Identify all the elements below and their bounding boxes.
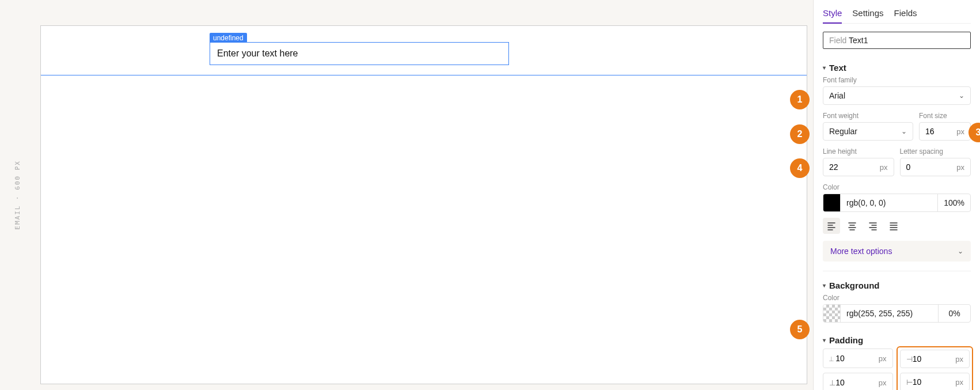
padding-left-unit: px <box>955 378 963 387</box>
side-panel: Style Settings Fields Field Text1 ▾ Text… <box>813 0 980 390</box>
section-padding: ▾ Padding ⟂ px ⊥ px <box>823 332 971 390</box>
text-color-picker[interactable]: rgb(0, 0, 0) 100% <box>823 194 971 212</box>
line-height-group: Line height px <box>823 147 894 176</box>
letter-spacing-unit: px <box>956 163 964 172</box>
canvas-area[interactable]: undefined Enter your text here <box>35 0 813 390</box>
section-text-header[interactable]: ▾ Text <box>823 59 971 76</box>
more-text-options-label: More text options <box>830 247 892 256</box>
text-color-label: Color <box>823 183 971 191</box>
letter-spacing-group: Letter spacing px <box>900 147 971 176</box>
section-padding-title: Padding <box>829 335 863 345</box>
tab-fields[interactable]: Fields <box>894 6 917 23</box>
font-family-value: Arial <box>829 91 845 100</box>
padding-top-value[interactable] <box>835 354 876 363</box>
font-size-label: Font size <box>919 112 971 120</box>
annotation-marker-2: 2 <box>790 124 810 144</box>
text-color-swatch[interactable] <box>823 194 841 211</box>
line-height-label: Line height <box>823 147 894 156</box>
font-family-label: Font family <box>823 76 971 84</box>
bg-color-value[interactable]: rgb(255, 255, 255) <box>841 305 938 322</box>
section-text: ▾ Text Font family Arial ⌄ Font weight R… <box>823 59 971 262</box>
text-align-row <box>823 218 971 234</box>
field-name-label: Field <box>829 36 846 45</box>
annotation-marker-4: 4 <box>790 158 810 178</box>
chevron-down-icon: ⌄ <box>958 247 963 255</box>
padding-left-icon: ⊢ <box>906 378 913 387</box>
font-size-group: Font size px <box>919 112 971 141</box>
font-weight-select[interactable]: Regular ⌄ <box>823 122 913 141</box>
caret-down-icon: ▾ <box>823 282 826 289</box>
letter-spacing-input[interactable]: px <box>900 158 971 176</box>
bg-color-group: Color rgb(255, 255, 255) 0% <box>823 294 971 323</box>
font-family-group: Font family Arial ⌄ <box>823 76 971 105</box>
font-weight-group: Font weight Regular ⌄ <box>823 112 913 141</box>
left-rail: EMAIL · 600 PX <box>0 0 35 390</box>
annotation-marker-1: 1 <box>790 90 810 109</box>
selected-row[interactable]: undefined Enter your text here <box>41 26 807 75</box>
padding-top-icon: ⟂ <box>829 354 835 363</box>
line-height-unit: px <box>880 163 888 172</box>
bg-color-opacity[interactable]: 0% <box>938 305 970 322</box>
tab-style[interactable]: Style <box>823 6 842 24</box>
field-name-value: Text1 <box>849 36 868 45</box>
bg-color-swatch[interactable] <box>823 305 841 322</box>
email-canvas[interactable]: undefined Enter your text here <box>40 25 807 384</box>
line-height-input[interactable]: px <box>823 158 894 176</box>
padding-right-value[interactable] <box>913 354 953 364</box>
section-background-header[interactable]: ▾ Background <box>823 277 971 294</box>
padding-bottom-unit: px <box>879 378 887 387</box>
padding-right-input[interactable]: ⊣ px <box>900 350 970 368</box>
field-name-input[interactable]: Field Text1 <box>823 32 971 49</box>
section-text-title: Text <box>829 63 846 73</box>
align-right-icon <box>868 221 878 230</box>
annotation-marker-5: 5 <box>790 320 810 339</box>
section-background: ▾ Background Color rgb(255, 255, 255) 0% <box>823 277 971 323</box>
text-block-content: Enter your text here <box>217 48 298 58</box>
canvas-meta-label: EMAIL · 600 PX <box>14 160 21 230</box>
padding-right-icon: ⊣ <box>906 355 913 364</box>
align-justify-icon <box>889 221 898 230</box>
line-height-value[interactable] <box>829 162 878 172</box>
caret-down-icon: ▾ <box>823 337 826 343</box>
bg-color-label: Color <box>823 294 971 302</box>
text-block[interactable]: Enter your text here <box>210 42 509 65</box>
font-size-unit: px <box>956 127 964 136</box>
align-left-button[interactable] <box>823 218 840 234</box>
padding-right-left-highlight: ⊣ px ⊢ px <box>897 346 974 390</box>
padding-top-input[interactable]: ⟂ px <box>823 349 893 368</box>
align-center-icon <box>848 221 857 230</box>
text-color-opacity[interactable]: 100% <box>937 194 970 211</box>
font-size-input[interactable]: px <box>919 122 971 141</box>
chevron-down-icon: ⌄ <box>959 92 964 100</box>
align-justify-button[interactable] <box>885 218 902 234</box>
align-center-button[interactable] <box>844 218 861 234</box>
chevron-down-icon: ⌄ <box>901 127 907 135</box>
letter-spacing-label: Letter spacing <box>900 147 971 156</box>
bg-color-picker[interactable]: rgb(255, 255, 255) 0% <box>823 304 971 323</box>
padding-bottom-value[interactable] <box>835 378 876 387</box>
caret-down-icon: ▾ <box>823 65 826 71</box>
padding-left-value[interactable] <box>913 377 953 387</box>
padding-right-unit: px <box>955 355 963 364</box>
font-size-value[interactable] <box>925 127 954 136</box>
tab-settings[interactable]: Settings <box>852 6 883 23</box>
font-weight-value: Regular <box>829 127 857 136</box>
panel-tabs: Style Settings Fields <box>823 6 971 24</box>
font-weight-label: Font weight <box>823 112 913 120</box>
text-color-group: Color rgb(0, 0, 0) 100% <box>823 183 971 234</box>
padding-bottom-input[interactable]: ⊥ px <box>823 373 893 390</box>
more-text-options[interactable]: More text options ⌄ <box>823 241 971 262</box>
align-right-button[interactable] <box>864 218 882 234</box>
font-family-select[interactable]: Arial ⌄ <box>823 86 971 105</box>
padding-left-input[interactable]: ⊢ px <box>900 373 970 390</box>
align-left-icon <box>827 221 836 230</box>
section-background-title: Background <box>829 281 880 290</box>
padding-bottom-icon: ⊥ <box>829 378 835 387</box>
letter-spacing-value[interactable] <box>906 162 955 172</box>
divider <box>823 271 971 271</box>
text-color-value[interactable]: rgb(0, 0, 0) <box>841 194 937 211</box>
padding-top-unit: px <box>879 354 887 363</box>
